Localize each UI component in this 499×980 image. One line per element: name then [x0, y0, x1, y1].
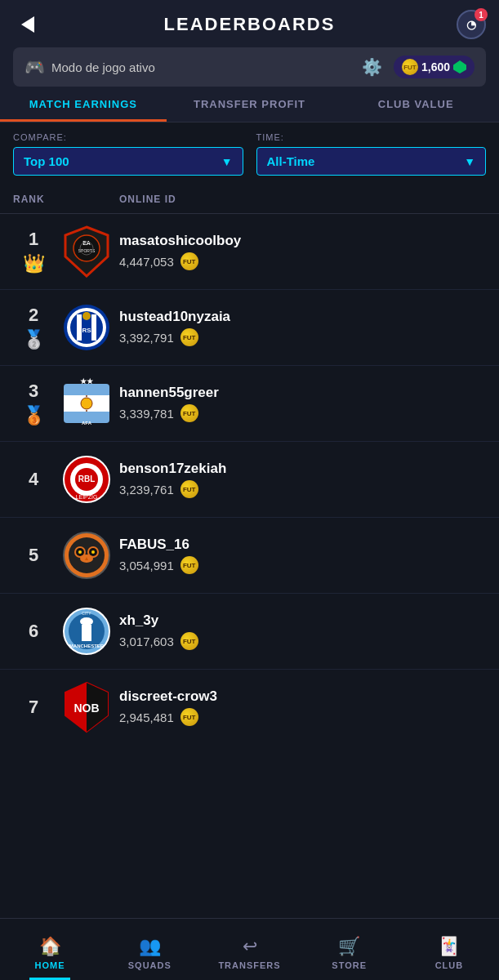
table-row: 7 NOB discreet-crow3 2,945,481 FUT — [0, 670, 499, 745]
score-value: 3,392,791 — [119, 331, 174, 345]
rank-number: 4 — [29, 469, 38, 490]
time-label: TIME: — [256, 132, 487, 142]
newells-badge: NOB — [60, 681, 113, 733]
score-value: 3,339,781 — [119, 407, 174, 421]
compare-select[interactable]: Top 100 ▼ — [13, 147, 243, 176]
player-name: hustead10nyzaia — [119, 309, 486, 325]
gear-icon[interactable]: ⚙️ — [362, 57, 382, 77]
svg-text:EA: EA — [82, 240, 91, 246]
transfers-icon: ↩ — [243, 936, 257, 957]
nav-store[interactable]: 🛒 STORE — [300, 919, 399, 980]
rank-col-4: 4 — [13, 469, 54, 490]
club-logo-col: NOB — [54, 681, 119, 733]
chevron-down-icon: ▼ — [221, 155, 233, 168]
nav-home[interactable]: 🏠 HOME — [0, 919, 100, 980]
svg-text:CITY: CITY — [82, 611, 91, 616]
tab-club-value[interactable]: CLUB VALUE — [332, 87, 499, 122]
player-info: FABUS_16 3,054,991 FUT — [119, 537, 486, 574]
nav-squads[interactable]: 👥 SQUADS — [100, 919, 199, 980]
score-value: 3,054,991 — [119, 559, 174, 572]
coins-amount: 1,600 — [421, 60, 450, 74]
coins-display: FUT 1,600 — [394, 56, 474, 78]
rank-col-5: 5 — [13, 545, 54, 566]
table-row: 6 MANCHESTER CITY xh_3y 3,017,603 FUT — [0, 594, 499, 670]
svg-point-30 — [78, 550, 82, 554]
table-row: 2 🥈 RS hustead10nyzaia 3,392,791 FUT — [0, 290, 499, 366]
rank-col-7: 7 — [13, 697, 54, 718]
svg-text:RS: RS — [82, 327, 91, 334]
player-info: discreet-crow3 2,945,481 FUT — [119, 688, 486, 726]
filter-row: COMPARE: Top 100 ▼ TIME: All-Time ▼ — [0, 122, 499, 185]
score-row: 3,392,791 FUT — [119, 328, 486, 346]
svg-rect-37 — [82, 625, 91, 641]
player-name: benson17zekiah — [119, 461, 486, 477]
header-top: LEADERBOARDS ◔ 1 — [13, 10, 486, 39]
svg-point-31 — [91, 550, 95, 554]
rank-col-1: 1 👑 — [13, 229, 54, 274]
gem-icon — [453, 60, 466, 74]
club-logo-col: MANCHESTER CITY — [54, 605, 119, 657]
fut-badge: FUT — [180, 556, 198, 574]
score-value: 2,945,481 — [119, 710, 174, 724]
rank-col-3: 3 🥉 — [13, 381, 54, 426]
svg-text:★★: ★★ — [80, 377, 94, 385]
score-value: 3,017,603 — [119, 635, 174, 648]
player-info: hustead10nyzaia 3,392,791 FUT — [119, 309, 486, 346]
player-name: masatoshicoolboy — [119, 233, 486, 249]
nav-club[interactable]: 🃏 CLUB — [399, 919, 499, 980]
coin-icon: FUT — [402, 59, 418, 75]
svg-point-14 — [81, 398, 92, 409]
controller-icon: 🎮 — [25, 57, 45, 77]
chevron-down-icon-2: ▼ — [464, 155, 475, 168]
header: LEADERBOARDS ◔ 1 🎮 Modo de jogo ativo ⚙️… — [0, 0, 499, 87]
man-city-badge: MANCHESTER CITY — [60, 605, 113, 657]
player-name: discreet-crow3 — [119, 688, 486, 705]
nav-home-label: HOME — [35, 960, 65, 970]
compare-label: COMPARE: — [13, 132, 243, 142]
rank-col-2: 2 🥈 — [13, 305, 54, 350]
club-icon: 🃏 — [438, 936, 460, 957]
ea-sports-badge: EA SPORTS — [60, 225, 113, 278]
crown-icon: 👑 — [23, 253, 45, 274]
score-value: 3,239,761 — [119, 483, 174, 497]
bronze-medal-icon: 🥉 — [23, 405, 45, 426]
nav-store-label: STORE — [332, 960, 367, 970]
time-select[interactable]: All-Time ▼ — [256, 147, 487, 176]
player-info: hannen55greer 3,339,781 FUT — [119, 385, 486, 422]
svg-text:LEIPZIG: LEIPZIG — [76, 494, 98, 500]
rank-number: 7 — [29, 697, 38, 718]
svg-text:NOB: NOB — [74, 702, 99, 715]
score-row: 3,054,991 FUT — [119, 556, 486, 574]
header-right: ◔ 1 — [457, 10, 486, 39]
compare-filter: COMPARE: Top 100 ▼ — [13, 132, 243, 176]
argentina-badge: ★★ AFA — [60, 377, 113, 430]
rank-number: 5 — [29, 545, 38, 566]
club-logo-col: EA SPORTS — [54, 225, 119, 278]
fut-badge: FUT — [180, 708, 198, 726]
back-button[interactable] — [13, 10, 42, 39]
rank-number: 3 — [29, 381, 38, 402]
notification-badge[interactable]: ◔ 1 — [457, 10, 486, 39]
score-value: 4,447,053 — [119, 255, 174, 269]
table-row: 3 🥉 ★★ AFA hannen55greer 3,339,781 FUT — [0, 366, 499, 442]
home-icon: 🏠 — [39, 936, 61, 957]
tab-transfer-profit[interactable]: TRANSFER PROFIT — [167, 87, 333, 122]
nav-squads-label: SQUADS — [128, 960, 172, 970]
nav-club-label: CLUB — [435, 960, 464, 970]
svg-rect-9 — [91, 314, 96, 341]
nav-transfers[interactable]: ↩ TRANSFERS — [199, 919, 299, 980]
notification-icon: ◔ — [466, 18, 476, 31]
club-logo-col: ★★ AFA — [54, 377, 119, 430]
score-row: 3,017,603 FUT — [119, 632, 486, 650]
tab-match-earnings[interactable]: MATCH EARNINGS — [0, 87, 167, 122]
leaderboard-list: 1 👑 EA SPORTS masatoshicoolboy 4,447,053… — [0, 214, 499, 918]
rank-column-header: RANK — [13, 194, 54, 205]
bottom-nav: 🏠 HOME 👥 SQUADS ↩ TRANSFERS 🛒 STORE 🃏 CL… — [0, 918, 499, 980]
id-column-header: ONLINE ID — [119, 194, 486, 205]
club-logo-col: RBL LEIPZIG — [54, 453, 119, 506]
search-text[interactable]: Modo de jogo ativo — [51, 60, 355, 74]
table-row: 1 👑 EA SPORTS masatoshicoolboy 4,447,053… — [0, 214, 499, 290]
player-info: masatoshicoolboy 4,447,053 FUT — [119, 233, 486, 270]
player-info: benson17zekiah 3,239,761 FUT — [119, 461, 486, 498]
player-name: hannen55greer — [119, 385, 486, 401]
